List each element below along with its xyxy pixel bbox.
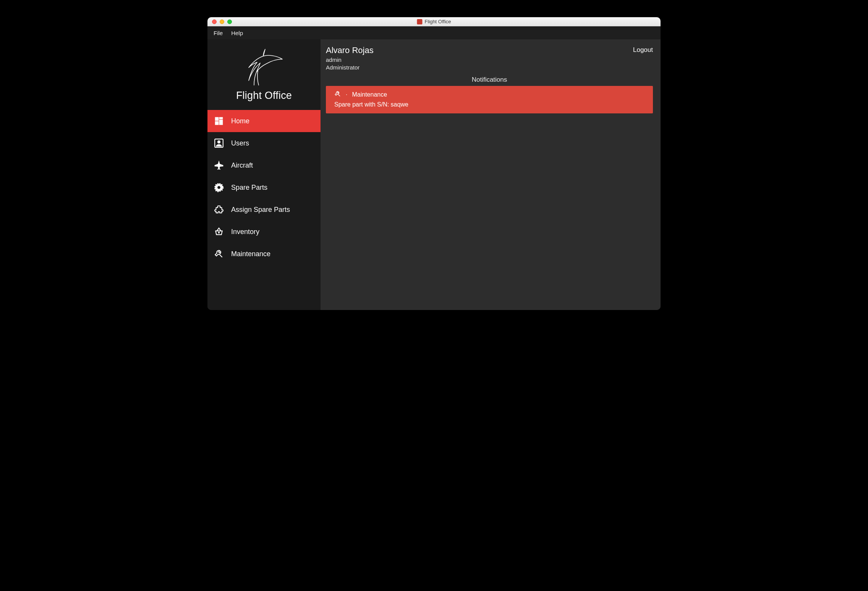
sidebar-item-label: Home — [231, 117, 249, 125]
extension-icon — [214, 204, 224, 215]
basket-icon — [214, 226, 224, 237]
user-block: Alvaro Rojas admin Administrator — [326, 45, 374, 71]
user-full-name: Alvaro Rojas — [326, 45, 374, 56]
svg-rect-1 — [219, 117, 223, 119]
content-header: Alvaro Rojas admin Administrator Logout — [326, 45, 653, 71]
notification-header: · Maintenance — [334, 90, 645, 99]
svg-rect-3 — [215, 121, 219, 125]
airplane-icon — [214, 160, 224, 171]
sidebar-item-users[interactable]: Users — [207, 132, 321, 154]
zoom-window-button[interactable] — [227, 19, 232, 24]
menubar: File Help — [207, 26, 661, 39]
window-title: Flight Office — [417, 19, 451, 24]
menu-help[interactable]: Help — [231, 30, 243, 36]
traffic-lights — [207, 19, 232, 24]
sidebar-nav: Home Users Aircraft — [207, 110, 321, 265]
svg-rect-0 — [215, 117, 219, 121]
user-icon — [214, 138, 224, 149]
sidebar-item-maintenance[interactable]: Maintenance — [207, 243, 321, 265]
sidebar-item-label: Assign Spare Parts — [231, 206, 290, 214]
separator-dot: · — [346, 91, 347, 98]
app-icon — [417, 19, 422, 24]
app-window: Flight Office File Help — [207, 17, 661, 310]
svg-point-6 — [218, 232, 219, 233]
wrench-icon — [334, 90, 341, 99]
sidebar-item-label: Aircraft — [231, 161, 253, 170]
notification-card[interactable]: · Maintenance Spare part with S/N: saqwe — [326, 86, 653, 113]
content-area: Alvaro Rojas admin Administrator Logout … — [321, 39, 661, 310]
titlebar: Flight Office — [207, 17, 661, 26]
close-window-button[interactable] — [212, 19, 217, 24]
gear-icon — [214, 182, 224, 193]
user-login: admin — [326, 56, 374, 64]
window-title-text: Flight Office — [424, 19, 451, 24]
sidebar-item-label: Maintenance — [231, 250, 270, 258]
sidebar-item-label: Inventory — [231, 228, 259, 236]
sidebar-item-spare-parts[interactable]: Spare Parts — [207, 176, 321, 199]
app-body: Flight Office Home Users — [207, 39, 661, 310]
app-name: Flight Office — [236, 90, 292, 102]
sidebar-item-label: Users — [231, 139, 249, 147]
menu-file[interactable]: File — [214, 30, 223, 36]
svg-point-5 — [218, 140, 220, 143]
wrench-icon — [214, 249, 224, 259]
minimize-window-button[interactable] — [220, 19, 224, 24]
dashboard-icon — [214, 116, 224, 126]
notification-message: Spare part with S/N: saqwe — [334, 101, 645, 108]
sidebar: Flight Office Home Users — [207, 39, 321, 310]
svg-rect-2 — [219, 120, 223, 125]
sidebar-item-home[interactable]: Home — [207, 110, 321, 132]
sidebar-item-inventory[interactable]: Inventory — [207, 221, 321, 243]
crane-logo-icon — [241, 45, 287, 88]
logo-block: Flight Office — [207, 42, 321, 106]
sidebar-item-label: Spare Parts — [231, 184, 267, 192]
notification-category: Maintenance — [352, 91, 387, 98]
notifications-heading: Notifications — [326, 76, 653, 84]
sidebar-item-assign-spare-parts[interactable]: Assign Spare Parts — [207, 199, 321, 221]
logout-button[interactable]: Logout — [633, 45, 653, 54]
sidebar-item-aircraft[interactable]: Aircraft — [207, 154, 321, 176]
user-role: Administrator — [326, 64, 374, 71]
